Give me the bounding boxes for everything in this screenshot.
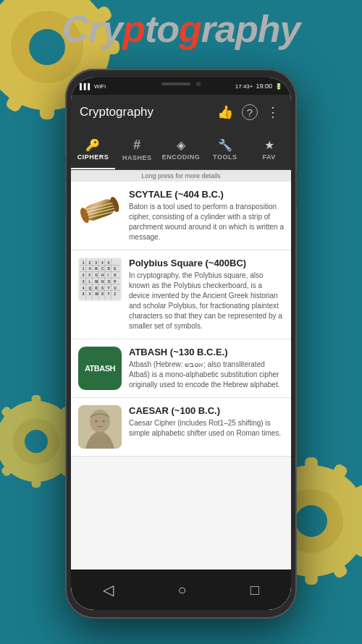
battery-icon: 🔋 [275, 83, 282, 90]
svg-text:M: M [95, 280, 98, 284]
polybius-desc: In cryptography, the Polybius square, al… [129, 271, 284, 331]
hint-text: Long press for more details [141, 172, 220, 179]
time-display: 19:00 [256, 82, 272, 90]
svg-text:W: W [95, 292, 98, 296]
wifi-icon: WiFi [94, 83, 106, 90]
atbash-name: ATBASH (~130 B.C.E.) [129, 347, 284, 357]
scytale-name: SCYTALE (~404 B.C.) [129, 189, 284, 200]
camera [196, 82, 201, 86]
scytale-desc: Baton is a tool used to perform a transp… [129, 202, 284, 242]
tab-favorites-label: FAV [262, 153, 275, 161]
alarm-icon: 17:43+ [235, 83, 253, 90]
svg-text:G: G [95, 274, 98, 277]
atbash-thumb-text: ATBASH [85, 364, 115, 373]
svg-text:1: 1 [83, 261, 85, 265]
svg-text:A: A [89, 267, 92, 271]
cipher-scroll[interactable]: SCYTALE (~404 B.C.) Baton is a tool used… [71, 182, 291, 568]
signal-icon: ▌▌▌ [80, 83, 92, 90]
svg-text:4: 4 [83, 287, 85, 290]
caesar-image [78, 405, 122, 449]
status-bar-right: 17:43+ 19:00 🔋 [235, 82, 282, 90]
scytale-thumbnail [78, 189, 122, 232]
phone-notch [145, 77, 217, 90]
svg-rect-18 [305, 457, 318, 489]
phone-screen: ▌▌▌ WiFi 17:43+ 19:00 🔋 Cryptography 👍 ?… [71, 77, 291, 610]
svg-text:N: N [101, 280, 104, 284]
phone-frame: ▌▌▌ WiFi 17:43+ 19:00 🔋 Cryptography 👍 ?… [65, 69, 297, 619]
hash-icon: # [133, 137, 140, 153]
svg-text:C: C [101, 267, 104, 271]
like-button[interactable]: 👍 [214, 101, 236, 123]
title-suffix: raphy [201, 8, 300, 50]
tab-hashes-label: HASHES [122, 154, 152, 161]
tools-icon: 🔧 [218, 138, 232, 152]
polybius-thumbnail: 1 2 3 4 5 1 A B C D E 2 F [78, 258, 122, 301]
recents-button[interactable]: □ [245, 576, 265, 604]
svg-text:T: T [108, 287, 110, 290]
app-title-container: Cryptography [0, 7, 362, 51]
app-title: Cryptography [0, 7, 362, 51]
app-bar-title: Cryptography [80, 105, 209, 119]
svg-text:O: O [108, 280, 111, 284]
svg-text:B: B [95, 267, 98, 271]
svg-text:R: R [95, 287, 98, 290]
help-button[interactable]: ? [242, 104, 258, 120]
cipher-item-atbash[interactable]: ATBASH ATBASH (~130 B.C.E.) Atbash (Hebr… [71, 339, 291, 398]
tab-encoding[interactable]: ◈ ENCODING [159, 130, 203, 169]
cipher-item-scytale[interactable]: SCYTALE (~404 B.C.) Baton is a tool used… [71, 182, 291, 250]
polybius-name: Polybius Square (~400BC) [129, 258, 284, 268]
scytale-info: SCYTALE (~404 B.C.) Baton is a tool used… [129, 189, 284, 242]
svg-rect-9 [40, 83, 54, 119]
key-icon: 🔑 [85, 138, 100, 152]
svg-text:3: 3 [83, 280, 85, 284]
svg-rect-37 [32, 465, 41, 488]
back-button[interactable]: ◁ [97, 575, 119, 604]
svg-text:1: 1 [83, 267, 85, 271]
svg-point-95 [90, 410, 110, 433]
speaker [161, 82, 190, 85]
title-p: p [122, 8, 145, 50]
svg-text:L: L [89, 280, 91, 284]
bottom-navigation: ◁ ○ □ [71, 569, 291, 610]
svg-text:F: F [89, 274, 91, 277]
caesar-info: CAESAR (~100 B.C.) Caesar Cipher (includ… [129, 405, 284, 438]
title-prefix: Cry [62, 8, 123, 50]
svg-text:3: 3 [95, 261, 97, 265]
tab-ciphers-label: CIPHERS [77, 153, 109, 161]
svg-rect-39 [0, 437, 13, 446]
svg-rect-24 [305, 553, 318, 585]
svg-rect-21 [343, 514, 362, 528]
svg-text:4: 4 [101, 261, 104, 265]
svg-text:5: 5 [83, 292, 85, 296]
power-button [296, 170, 297, 206]
cipher-list[interactable]: SCYTALE (~404 B.C.) Baton is a tool used… [71, 182, 291, 568]
svg-text:U: U [114, 287, 117, 290]
svg-text:H: H [101, 274, 104, 277]
tab-tools[interactable]: 🔧 TOOLS [203, 130, 247, 169]
svg-text:Z: Z [114, 292, 116, 296]
atbash-info: ATBASH (~130 B.C.E.) Atbash (Hebrew: אטב… [129, 347, 284, 390]
volume-down-button [65, 190, 66, 216]
caesar-thumbnail [78, 405, 122, 449]
svg-point-98 [102, 420, 105, 423]
scytale-image [78, 189, 122, 232]
tab-ciphers[interactable]: 🔑 CIPHERS [71, 130, 115, 169]
tab-favorites[interactable]: ★ FAV [247, 130, 291, 169]
svg-text:K: K [114, 274, 117, 277]
home-button[interactable]: ○ [172, 576, 192, 604]
caesar-desc: Caesar Cipher (includes Rot1–25 shifting… [129, 418, 284, 438]
tab-hashes[interactable]: # HASHES [115, 130, 159, 169]
atbash-thumbnail: ATBASH [78, 347, 122, 390]
atbash-desc: Atbash (Hebrew: אטבש; also transliterate… [129, 360, 284, 390]
cipher-item-caesar[interactable]: CAESAR (~100 B.C.) Caesar Cipher (includ… [71, 398, 291, 457]
title-to: to [145, 8, 179, 50]
cipher-item-polybius[interactable]: 1 2 3 4 5 1 A B C D E 2 F [71, 250, 291, 339]
volume-up-button [65, 156, 66, 182]
title-g: g [179, 8, 201, 50]
long-press-hint: Long press for more details [71, 170, 291, 182]
svg-text:Q: Q [89, 287, 92, 290]
polybius-info: Polybius Square (~400BC) In cryptography… [129, 258, 284, 331]
svg-point-32 [25, 430, 48, 453]
navigation-tabs: 🔑 CIPHERS # HASHES ◈ ENCODING 🔧 TOOLS ★ … [71, 130, 291, 170]
menu-button[interactable]: ⋮ [264, 101, 282, 123]
